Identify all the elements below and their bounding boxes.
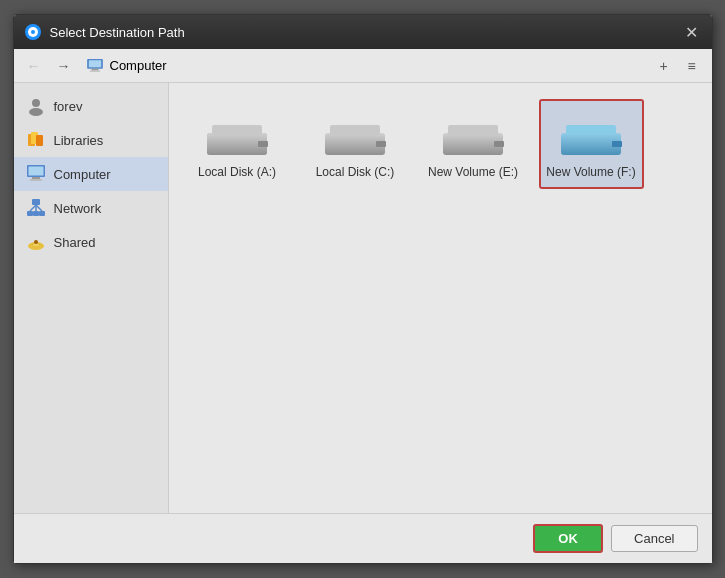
svg-rect-14 [32,177,40,179]
network-icon [26,198,46,218]
svg-point-24 [34,240,38,244]
view-toggle-button[interactable]: ≡ [680,54,704,78]
computer-icon [86,59,104,73]
svg-rect-6 [89,70,100,71]
svg-rect-13 [28,167,43,176]
dialog-title: Select Destination Path [50,25,185,40]
svg-line-19 [30,205,36,211]
sidebar-item-forev[interactable]: forev [14,89,168,123]
disk-icon-a [202,115,272,159]
dialog: Select Destination Path ✕ ← → Computer + [13,14,713,564]
svg-rect-4 [88,60,100,67]
svg-rect-30 [330,125,380,135]
sidebar-item-network[interactable]: Network [14,191,168,225]
toolbar-right: + ≡ [652,54,704,78]
sidebar-item-libraries[interactable]: Libraries [14,123,168,157]
disk-icon-c [320,115,390,159]
back-button[interactable]: ← [22,54,46,78]
sidebar: forev Libraries Computer [14,83,169,513]
svg-rect-28 [258,141,268,147]
svg-rect-5 [91,68,98,70]
libraries-icon [26,130,46,150]
toolbar: ← → Computer + ≡ [14,49,712,83]
address-bar: Computer [86,58,646,73]
sidebar-label-libraries: Libraries [54,133,104,148]
user-icon [26,96,46,116]
svg-rect-22 [33,211,39,216]
title-bar: Select Destination Path ✕ [14,15,712,49]
content-area: forev Libraries Computer [14,83,712,513]
sidebar-item-shared[interactable]: Shared [14,225,168,259]
sidebar-label-forev: forev [54,99,83,114]
drive-label-a: Local Disk (A:) [198,165,276,179]
app-icon [24,23,42,41]
svg-point-2 [31,30,35,34]
main-panel: Local Disk (A:) Local Disk (C:) [169,83,712,513]
title-bar-left: Select Destination Path [24,23,185,41]
drive-item-a[interactable]: Local Disk (A:) [185,99,290,189]
svg-point-8 [29,108,43,116]
drive-item-f[interactable]: New Volume (F:) [539,99,644,189]
drive-item-e[interactable]: New Volume (E:) [421,99,526,189]
svg-rect-16 [32,199,40,205]
svg-rect-18 [39,211,45,216]
svg-rect-36 [566,125,616,135]
drive-label-f: New Volume (F:) [546,165,635,179]
svg-rect-31 [376,141,386,147]
disk-icon-f [556,115,626,159]
sidebar-label-computer: Computer [54,167,111,182]
svg-point-7 [32,99,40,107]
address-label: Computer [110,58,167,73]
close-button[interactable]: ✕ [682,22,702,42]
svg-rect-17 [27,211,33,216]
svg-rect-33 [448,125,498,135]
disk-icon-e [438,115,508,159]
svg-rect-34 [494,141,504,147]
svg-rect-15 [30,179,42,181]
shared-icon [26,232,46,252]
svg-line-20 [36,205,42,211]
computer-sidebar-icon [26,164,46,184]
sidebar-item-computer[interactable]: Computer [14,157,168,191]
svg-rect-11 [36,135,43,146]
sidebar-label-network: Network [54,201,102,216]
drive-item-c[interactable]: Local Disk (C:) [303,99,408,189]
ok-button[interactable]: OK [533,524,603,553]
sidebar-label-shared: Shared [54,235,96,250]
forward-button[interactable]: → [52,54,76,78]
drive-label-e: New Volume (E:) [428,165,518,179]
svg-rect-37 [612,141,622,147]
footer: OK Cancel [14,513,712,563]
new-folder-button[interactable]: + [652,54,676,78]
cancel-button[interactable]: Cancel [611,525,697,552]
drive-label-c: Local Disk (C:) [316,165,395,179]
svg-rect-27 [212,125,262,135]
